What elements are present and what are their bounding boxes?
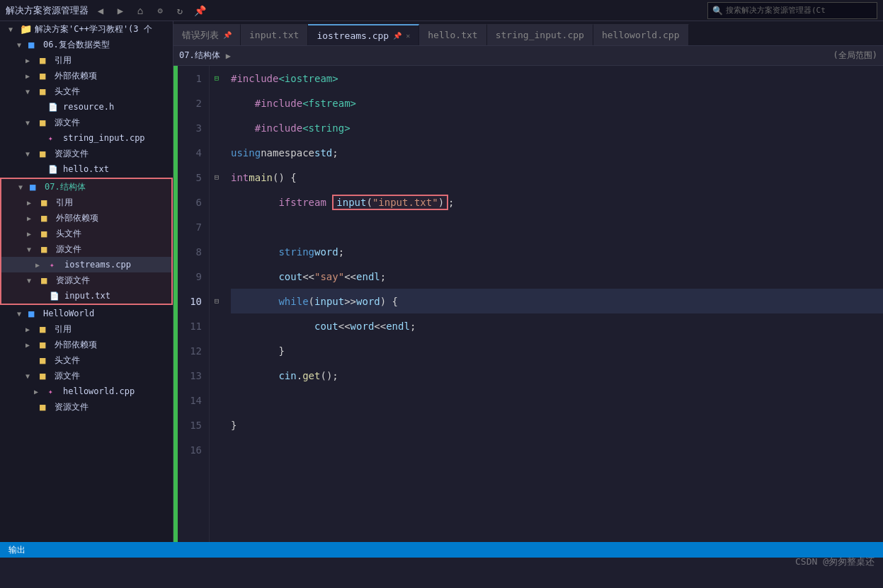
editor-area: 错误列表 📌 input.txt iostreams.cpp 📌 ✕ hello… — [173, 21, 883, 542]
arrow-spacer: ▶ — [34, 388, 45, 396]
folder-icon: ■ — [41, 197, 54, 208]
arrow-icon: ▼ — [25, 119, 37, 127]
tree-src-07[interactable]: ▼ ■ 源文件 — [1, 241, 171, 257]
fold-marker-6 — [210, 190, 224, 214]
tree-res-07-label: 资源文件 — [56, 275, 90, 287]
nav-icons: ◀ ▶ ⌂ ⚙ ↻ 📌 — [93, 3, 207, 18]
arrow-icon: ▼ — [17, 310, 28, 318]
tree-helloworld-label: HelloWorld — [43, 309, 94, 318]
tree-project-06[interactable]: ▼ ■ 06.复合数据类型 — [0, 37, 173, 52]
red-box-highlight: input("input.txt") — [332, 195, 448, 210]
tab-hello-txt[interactable]: hello.txt — [419, 24, 486, 45]
line-num-10: 10 — [178, 289, 209, 313]
line-num-2: 2 — [178, 91, 209, 115]
search-placeholder: 搜索解决方案资源管理器(Ct — [726, 5, 826, 16]
tab-modified-icon: 📌 — [393, 32, 401, 40]
sidebar: ▼ 📁 解决方案'C++学习教程'(3 个 ▼ ■ 06.复合数据类型 ▶ ■ … — [0, 21, 173, 542]
code-line-1: #include <iostream> — [231, 66, 883, 91]
tree-iostreams-cpp[interactable]: ▶ ✦ iostreams.cpp — [1, 257, 171, 272]
arrow-icon: ▼ — [25, 150, 37, 158]
folder-icon: ■ — [40, 117, 52, 128]
tab-error-panel-label: 错误列表 — [182, 29, 219, 42]
tab-input-txt[interactable]: input.txt — [241, 24, 308, 45]
tree-helloworld[interactable]: ▼ ■ HelloWorld — [0, 306, 173, 321]
tree-helloworld-cpp[interactable]: ▶ ✦ helloworld.cpp — [0, 384, 173, 399]
folder-icon: ■ — [40, 370, 52, 381]
tree-resource-h[interactable]: ▶ 📄 resource.h — [0, 99, 173, 115]
file-tree: ▼ 📁 解决方案'C++学习教程'(3 个 ▼ ■ 06.复合数据类型 ▶ ■ … — [0, 21, 173, 542]
arrow-icon: ▶ — [27, 199, 38, 207]
line-num-12: 12 — [178, 338, 209, 363]
nav-settings-icon[interactable]: ⚙ — [152, 3, 168, 18]
tree-res-hw[interactable]: ▶ ■ 资源文件 — [0, 399, 173, 415]
tree-header-07[interactable]: ▶ ■ 头文件 — [1, 226, 171, 241]
line-num-9: 9 — [178, 264, 209, 289]
tree-header-06-label: 头文件 — [55, 86, 80, 98]
tree-header-hw[interactable]: ▶ ■ 头文件 — [0, 352, 173, 368]
nav-pin-icon[interactable]: 📌 — [192, 3, 207, 18]
arrow-icon: ▼ — [17, 41, 28, 49]
code-lines[interactable]: #include <iostream> #include <fstream> #… — [224, 66, 883, 542]
folder-icon: ■ — [41, 212, 54, 224]
tree-ref-07[interactable]: ▶ ■ 引用 — [1, 195, 171, 210]
nav-forward-icon[interactable]: ▶ — [113, 3, 128, 18]
tab-helloworld-cpp[interactable]: helloworld.cpp — [593, 24, 689, 45]
folder-icon: ■ — [40, 86, 52, 97]
line-num-11: 11 — [178, 313, 209, 338]
tree-project-06-label: 06.复合数据类型 — [43, 39, 110, 51]
tab-iostreams-cpp-label: iostreams.cpp — [317, 30, 389, 41]
tree-src-06[interactable]: ▼ ■ 源文件 — [0, 115, 173, 130]
tree-src-06-label: 源文件 — [55, 117, 80, 129]
tree-solution[interactable]: ▼ 📁 解决方案'C++学习教程'(3 个 — [0, 21, 173, 37]
tree-res-07[interactable]: ▼ ■ 资源文件 — [1, 272, 171, 288]
line-num-1: 1 — [178, 66, 209, 91]
folder-icon: ■ — [41, 275, 54, 286]
code-line-8: string word; — [231, 239, 883, 264]
line-num-3: 3 — [178, 115, 209, 140]
tab-iostreams-cpp[interactable]: iostreams.cpp 📌 ✕ — [308, 24, 419, 45]
tab-pin-icon: 📌 — [223, 31, 232, 39]
tree-res-hw-label: 资源文件 — [55, 401, 89, 413]
fold-marker-9 — [210, 264, 224, 289]
tree-res-06[interactable]: ▼ ■ 资源文件 — [0, 146, 173, 161]
tree-header-06[interactable]: ▼ ■ 头文件 — [0, 83, 173, 99]
tree-project-07[interactable]: ▼ ■ 07.结构体 — [1, 179, 171, 195]
tree-resource-h-label: resource.h — [63, 102, 114, 112]
tree-hello-txt[interactable]: ▶ 📄 hello.txt — [0, 161, 173, 177]
file-cpp-icon: ✦ — [48, 387, 61, 396]
code-line-3: #include <string> — [231, 115, 883, 140]
tree-extdep-06-label: 外部依赖项 — [55, 70, 97, 82]
folder-icon: ■ — [40, 401, 52, 413]
tree-string-input-cpp[interactable]: ▶ ✦ string_input.cpp — [0, 130, 173, 146]
tab-hello-txt-label: hello.txt — [428, 30, 477, 40]
nav-back-icon[interactable]: ◀ — [93, 3, 108, 18]
solution-icon: 📁 — [20, 23, 33, 35]
nav-refresh-icon[interactable]: ↻ — [172, 3, 188, 18]
file-txt-icon: 📄 — [48, 165, 61, 174]
line-num-8: 8 — [178, 239, 209, 264]
fold-marker-1: ⊟ — [210, 66, 224, 91]
tab-error-panel[interactable]: 错误列表 📌 — [173, 24, 241, 45]
code-line-16 — [231, 437, 883, 462]
tree-extdep-06[interactable]: ▶ ■ 外部依赖项 — [0, 68, 173, 83]
tree-input-txt[interactable]: ▶ 📄 input.txt — [1, 288, 171, 304]
nav-home-icon[interactable]: ⌂ — [132, 3, 148, 18]
fold-marker-12 — [210, 338, 224, 363]
arrow-icon: ▼ — [27, 246, 38, 253]
tree-extdep-07[interactable]: ▶ ■ 外部依赖项 — [1, 210, 171, 226]
tree-ref-06[interactable]: ▶ ■ 引用 — [0, 52, 173, 68]
folder-icon: ■ — [40, 339, 52, 350]
tree-extdep-hw-label: 外部依赖项 — [55, 339, 97, 351]
tab-string-input-cpp[interactable]: string_input.cpp — [487, 24, 593, 45]
tree-input-txt-label: input.txt — [64, 291, 110, 301]
arrow-icon: ▶ — [27, 230, 38, 238]
code-editor[interactable]: 1 2 3 4 5 6 7 8 9 10 11 12 13 14 15 16 ⊟ — [173, 66, 883, 542]
tree-ref-hw[interactable]: ▶ ■ 引用 — [0, 321, 173, 337]
tree-src-hw[interactable]: ▼ ■ 源文件 — [0, 368, 173, 384]
fold-marker-5: ⊟ — [210, 165, 224, 190]
code-line-10: while (input >> word) { — [231, 289, 883, 313]
tree-extdep-07-label: 外部依赖项 — [56, 212, 98, 224]
code-line-11: cout << word << endl; — [231, 313, 883, 338]
tab-close-button[interactable]: ✕ — [406, 32, 410, 40]
tree-extdep-hw[interactable]: ▶ ■ 外部依赖项 — [0, 337, 173, 352]
